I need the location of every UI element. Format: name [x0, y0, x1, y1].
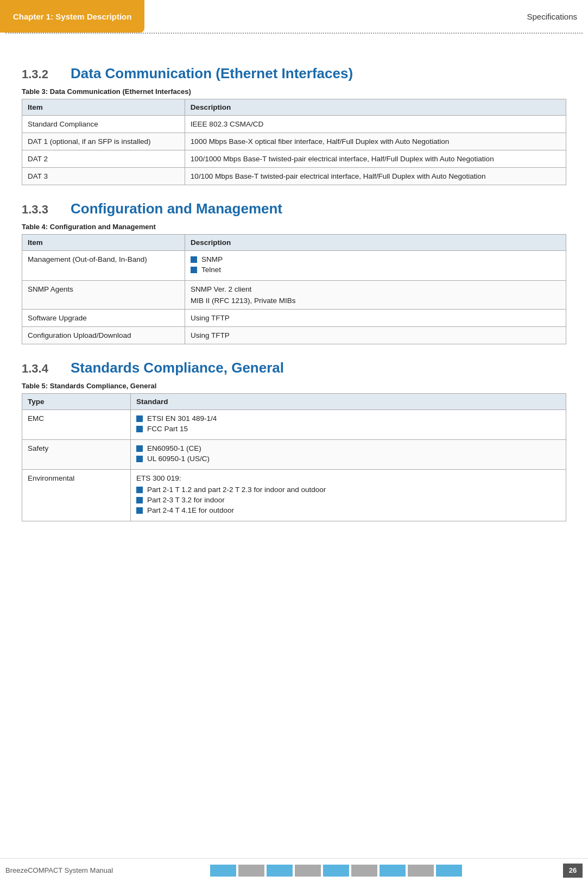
section-133-title: Configuration and Management — [71, 200, 282, 217]
table3-desc-1: 1000 Mbps Base-X optical fiber interface… — [185, 133, 566, 150]
footer-color-block — [436, 865, 462, 877]
footer-color-block — [267, 865, 293, 877]
table-row: Configuration Upload/DownloadUsing TFTP — [22, 327, 566, 344]
table4-desc-cell-1: SNMP Ver. 2 clientMIB II (RFC 1213), Pri… — [185, 281, 566, 310]
bullet-square — [191, 267, 197, 273]
footer: BreezeCOMPACT System Manual 26 — [0, 858, 588, 882]
section-133-num: 1.3.3 — [22, 203, 65, 217]
table3-col-desc: Description — [185, 99, 566, 116]
footer-color-block — [380, 865, 406, 877]
footer-color-block — [351, 865, 377, 877]
bullet-item: SNMP — [191, 255, 560, 263]
footer-color-block — [408, 865, 434, 877]
table3-item-1: DAT 1 (optional, if an SFP is installed) — [22, 133, 185, 150]
table3-item-3: DAT 3 — [22, 168, 185, 185]
bullet-square — [136, 445, 143, 452]
table-row: SNMP AgentsSNMP Ver. 2 clientMIB II (RFC… — [22, 281, 566, 310]
line-item: MIB II (RFC 1213), Private MIBs — [191, 297, 560, 305]
bullet-item: ETSI EN 301 489-1/4 — [136, 414, 560, 423]
table5-type-0: EMC — [22, 410, 131, 440]
table4-desc-cell-3: Using TFTP — [185, 327, 566, 344]
table4-desc-cell-2: Using TFTP — [185, 310, 566, 327]
chapter-tab: Chapter 1: System Description — [0, 0, 144, 33]
table5-type-1: Safety — [22, 440, 131, 470]
bullet-item: EN60950-1 (CE) — [136, 444, 560, 452]
table4-desc-2: Using TFTP — [191, 314, 230, 322]
bullet-square — [136, 487, 143, 493]
header-right-label: Specifications — [527, 12, 588, 21]
footer-color-block — [295, 865, 321, 877]
bullet-text: Part 2-4 T 4.1E for outdoor — [147, 506, 234, 514]
bullet-square — [191, 256, 197, 263]
footer-color-block — [238, 865, 264, 877]
table4-caption: Table 4: Configuration and Management — [22, 223, 566, 231]
table4-item-0: Management (Out-of-Band, In-Band) — [22, 251, 185, 281]
header: Chapter 1: System Description Specificat… — [0, 0, 588, 33]
table3-item-0: Standard Compliance — [22, 116, 185, 133]
table3-caption: Table 3: Data Communication (Ethernet In… — [22, 87, 566, 96]
table3: Item Description Standard ComplianceIEEE… — [22, 99, 566, 185]
section-132-num: 1.3.2 — [22, 67, 65, 81]
bullet-item: FCC Part 15 — [136, 425, 560, 433]
section-134-title: Standards Compliance, General — [71, 360, 284, 376]
table-row: Standard ComplianceIEEE 802.3 CSMA/CD — [22, 116, 566, 133]
table4: Item Description Management (Out-of-Band… — [22, 234, 566, 344]
table-row: EnvironmentalETS 300 019:Part 2-1 T 1.2 … — [22, 470, 566, 521]
main-content: 1.3.2 Data Communication (Ethernet Inter… — [0, 45, 588, 578]
table4-item-1: SNMP Agents — [22, 281, 185, 310]
bullet-text: FCC Part 15 — [147, 425, 188, 433]
specifications-label: Specifications — [527, 12, 577, 21]
table3-col-item: Item — [22, 99, 185, 116]
table5-standard-cell-1: EN60950-1 (CE)UL 60950-1 (US/C) — [131, 440, 566, 470]
bullet-square — [136, 456, 143, 462]
table3-item-2: DAT 2 — [22, 150, 185, 168]
table3-desc-3: 10/100 Mbps Base-T twisted-pair electric… — [185, 168, 566, 185]
bullet-text: ETSI EN 301 489-1/4 — [147, 414, 217, 423]
bullet-text: EN60950-1 (CE) — [147, 444, 201, 452]
footer-page-number: 26 — [563, 864, 583, 878]
table-row: EMCETSI EN 301 489-1/4FCC Part 15 — [22, 410, 566, 440]
table5-standard-cell-0: ETSI EN 301 489-1/4FCC Part 15 — [131, 410, 566, 440]
table5-caption: Table 5: Standards Compliance, General — [22, 382, 566, 390]
table5: Type Standard EMCETSI EN 301 489-1/4FCC … — [22, 393, 566, 521]
section-132-heading: 1.3.2 Data Communication (Ethernet Inter… — [22, 65, 566, 82]
bullet-square — [136, 426, 143, 432]
table4-desc-3: Using TFTP — [191, 331, 230, 339]
bullet-item: Part 2-1 T 1.2 and part 2-2 T 2.3 for in… — [136, 486, 560, 494]
table-row: DAT 310/100 Mbps Base-T twisted-pair ele… — [22, 168, 566, 185]
table3-desc-2: 100/1000 Mbps Base-T twisted-pair electr… — [185, 150, 566, 168]
table5-col-standard: Standard — [131, 394, 566, 410]
section-132-title: Data Communication (Ethernet Interfaces) — [71, 65, 353, 82]
table4-col-item: Item — [22, 235, 185, 251]
footer-title: BreezeCOMPACT System Manual — [5, 866, 113, 874]
bullet-text: Telnet — [201, 266, 221, 274]
bullet-square — [136, 497, 143, 503]
bullet-item: UL 60950-1 (US/C) — [136, 455, 560, 463]
line-item: SNMP Ver. 2 client — [191, 285, 560, 293]
table5-standard-cell-2: ETS 300 019:Part 2-1 T 1.2 and part 2-2 … — [131, 470, 566, 521]
bullet-item: Part 2-4 T 4.1E for outdoor — [136, 506, 560, 514]
chapter-tab-label: Chapter 1: System Description — [13, 12, 131, 21]
bullet-square — [136, 507, 143, 514]
table4-item-3: Configuration Upload/Download — [22, 327, 185, 344]
bullet-text: Part 2-3 T 3.2 for indoor — [147, 496, 225, 504]
bullet-square — [136, 415, 143, 422]
section-134-num: 1.3.4 — [22, 362, 65, 376]
table-row: DAT 1 (optional, if an SFP is installed)… — [22, 133, 566, 150]
table5-col-type: Type — [22, 394, 131, 410]
table4-desc-cell-0: SNMPTelnet — [185, 251, 566, 281]
table-row: Software UpgradeUsing TFTP — [22, 310, 566, 327]
bullet-text: UL 60950-1 (US/C) — [147, 455, 210, 463]
table4-col-desc: Description — [185, 235, 566, 251]
bullet-item: Part 2-3 T 3.2 for indoor — [136, 496, 560, 504]
section-divider — [5, 33, 583, 34]
table5-type-2: Environmental — [22, 470, 131, 521]
bullet-text: Part 2-1 T 1.2 and part 2-2 T 2.3 for in… — [147, 486, 326, 494]
footer-color-block — [323, 865, 349, 877]
env-intro: ETS 300 019: — [136, 474, 560, 482]
table-row: Management (Out-of-Band, In-Band)SNMPTel… — [22, 251, 566, 281]
table-row: DAT 2100/1000 Mbps Base-T twisted-pair e… — [22, 150, 566, 168]
table-row: SafetyEN60950-1 (CE)UL 60950-1 (US/C) — [22, 440, 566, 470]
bullet-item: Telnet — [191, 266, 560, 274]
footer-blocks — [210, 865, 462, 877]
